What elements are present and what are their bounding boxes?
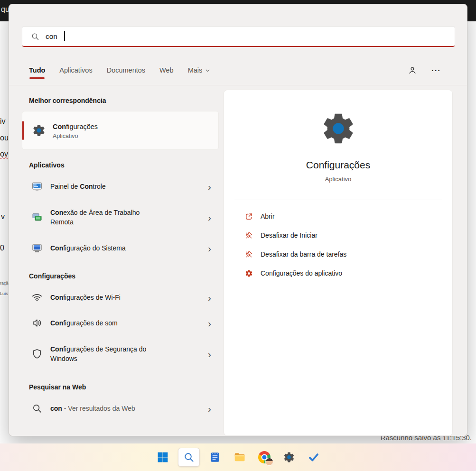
- result-item-seguranca-windows[interactable]: Configurações de Segurança do Windows ›: [22, 336, 219, 372]
- result-item-configuracao-do-sistema[interactable]: Configuração do Sistema ›: [22, 235, 219, 261]
- unpin-icon: [245, 231, 253, 240]
- shield-icon: [31, 348, 43, 360]
- folder-icon: [233, 451, 246, 463]
- notepad-icon: [209, 451, 221, 463]
- section-header-aplicativos: Aplicativos: [22, 160, 219, 170]
- windows-logo-icon: [157, 451, 169, 463]
- tab-web[interactable]: Web: [159, 66, 174, 74]
- tab-documentos[interactable]: Documentos: [107, 66, 145, 74]
- action-desafixar-da-barra-de-tarefas[interactable]: Desafixar da barra de tarefas: [245, 245, 452, 264]
- system-configuration-icon: [31, 242, 43, 254]
- section-header-configuracoes: Configurações: [22, 271, 219, 281]
- user-avatar: [265, 458, 273, 466]
- taskbar: [0, 443, 476, 471]
- background-text-fragment: 0: [0, 244, 4, 252]
- selection-accent-bar: [22, 121, 24, 140]
- chevron-right-icon[interactable]: ›: [208, 212, 211, 222]
- action-desafixar-de-iniciar[interactable]: Desafixar de Iniciar: [245, 226, 452, 245]
- preview-panel: Configurações Aplicativo Abrir Desafixar…: [224, 90, 453, 436]
- search-icon: [31, 403, 43, 414]
- gear-icon: [245, 269, 253, 277]
- account-icon[interactable]: [407, 65, 418, 75]
- best-match-item[interactable]: Configurações Aplicativo: [22, 111, 219, 150]
- control-panel-icon: [31, 181, 43, 192]
- more-options-icon[interactable]: ···: [431, 65, 441, 75]
- chevron-right-icon[interactable]: ›: [208, 243, 211, 253]
- taskbar-start-button[interactable]: [153, 448, 172, 467]
- search-icon: [31, 32, 39, 41]
- chevron-right-icon[interactable]: ›: [208, 404, 211, 414]
- settings-gear-icon: [32, 123, 46, 138]
- background-text-fragment: ov: [0, 150, 8, 158]
- settings-app-icon: [320, 110, 357, 147]
- section-header-best-match: Melhor correspondência: [22, 96, 219, 105]
- unpin-icon: [245, 250, 253, 259]
- best-match-subtitle: Aplicativo: [53, 133, 98, 139]
- open-external-icon: [245, 212, 253, 221]
- best-match-title: Configurações: [53, 122, 98, 131]
- taskbar-search-button[interactable]: [178, 448, 200, 467]
- search-query-text: con: [46, 32, 57, 41]
- result-item-painel-de-controle[interactable]: Painel de Controle ›: [22, 174, 219, 199]
- background-text-fragment: v: [1, 212, 5, 221]
- result-item-configuracoes-wifi[interactable]: Configurações de Wi-Fi ›: [22, 285, 219, 310]
- taskbar-todo-button[interactable]: [304, 448, 323, 467]
- taskbar-notepad-button[interactable]: [205, 448, 224, 467]
- divider: [234, 200, 442, 200]
- action-configuracoes-do-aplicativo[interactable]: Configurações do aplicativo: [245, 264, 452, 283]
- result-item-configuracoes-som[interactable]: Configurações de som ›: [22, 310, 219, 336]
- tab-tudo[interactable]: Tudo: [29, 66, 45, 74]
- wifi-icon: [31, 292, 43, 303]
- result-item-web-search[interactable]: con - Ver resultados da Web ›: [22, 396, 219, 421]
- text-caret: [64, 31, 65, 41]
- background-text-fragment: iv: [0, 117, 6, 126]
- chevron-right-icon[interactable]: ›: [208, 318, 211, 328]
- chevron-right-icon[interactable]: ›: [208, 349, 211, 359]
- preview-subtitle: Aplicativo: [224, 175, 452, 183]
- sound-icon: [31, 317, 43, 329]
- results-column: Melhor correspondência Configurações Apl…: [22, 85, 219, 436]
- chevron-right-icon[interactable]: ›: [208, 293, 211, 303]
- checkmark-icon: [308, 451, 320, 463]
- background-text-fragment: Luís: [0, 291, 8, 296]
- background-text-fragment: ou: [0, 134, 9, 142]
- tab-mais[interactable]: Mais: [188, 66, 211, 74]
- taskbar-chrome-button[interactable]: [255, 448, 274, 467]
- remote-desktop-icon: [31, 212, 43, 223]
- taskbar-settings-button[interactable]: [280, 448, 299, 467]
- result-item-conexao-area-trabalho-remota[interactable]: Conexão de Área de Trabalho Remota ›: [22, 199, 219, 235]
- action-abrir[interactable]: Abrir: [245, 207, 452, 226]
- section-header-pesquisar-na-web: Pesquisar na Web: [22, 382, 219, 392]
- chevron-down-icon: [205, 68, 210, 73]
- search-icon: [183, 452, 195, 463]
- taskbar-explorer-button[interactable]: [230, 448, 249, 467]
- search-filter-tabs: Tudo Aplicativos Documentos Web Mais ···: [29, 59, 447, 81]
- preview-title: Configurações: [224, 159, 452, 171]
- settings-gear-icon: [283, 451, 295, 463]
- search-input[interactable]: con: [22, 26, 455, 47]
- tab-aplicativos[interactable]: Aplicativos: [59, 66, 92, 74]
- search-flyout: con Tudo Aplicativos Documentos Web Mais…: [9, 4, 467, 436]
- chevron-right-icon[interactable]: ›: [208, 182, 211, 192]
